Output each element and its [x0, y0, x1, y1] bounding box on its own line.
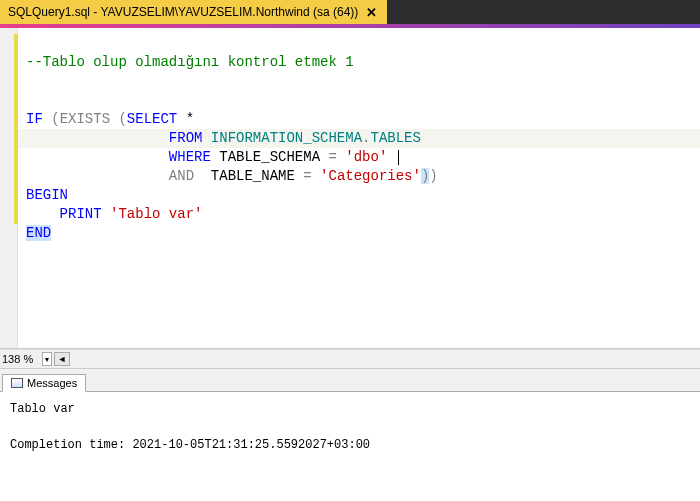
zoom-value: 138 % — [2, 353, 40, 365]
close-icon[interactable]: ✕ — [364, 5, 379, 20]
messages-panel[interactable]: Tablo var Completion time: 2021-10-05T21… — [0, 391, 700, 501]
editor-gutter — [0, 28, 18, 348]
messages-icon — [11, 378, 23, 388]
code-area[interactable]: --Tablo olup olmadığını kontrol etmek 1 … — [18, 28, 700, 348]
message-line: Tablo var — [10, 402, 75, 416]
tab-messages[interactable]: Messages — [2, 374, 86, 392]
results-tabbar: Messages — [0, 369, 700, 391]
kw-print: PRINT — [60, 206, 102, 222]
code-comment: --Tablo olup olmadığını kontrol etmek 1 — [26, 54, 354, 70]
kw-end: END — [26, 225, 51, 241]
tab-bar: SQLQuery1.sql - YAVUZSELIM\YAVUZSELIM.No… — [0, 0, 700, 24]
tab-messages-label: Messages — [27, 377, 77, 389]
kw-from: FROM — [169, 130, 203, 146]
kw-and: AND — [169, 168, 194, 184]
editor: --Tablo olup olmadığını kontrol etmek 1 … — [0, 28, 700, 349]
zoom-bar: 138 % ▾ ◄ — [0, 349, 700, 369]
file-tab-title: SQLQuery1.sql - YAVUZSELIM\YAVUZSELIM.No… — [8, 5, 358, 19]
zoom-dropdown[interactable]: ▾ — [42, 352, 52, 366]
kw-begin: BEGIN — [26, 187, 68, 203]
file-tab[interactable]: SQLQuery1.sql - YAVUZSELIM\YAVUZSELIM.No… — [0, 0, 387, 24]
kw-if: IF — [26, 111, 43, 127]
caret — [398, 150, 399, 165]
message-completion: Completion time: 2021-10-05T21:31:25.559… — [10, 438, 370, 452]
kw-where: WHERE — [169, 149, 211, 165]
scroll-left-button[interactable]: ◄ — [54, 352, 70, 366]
